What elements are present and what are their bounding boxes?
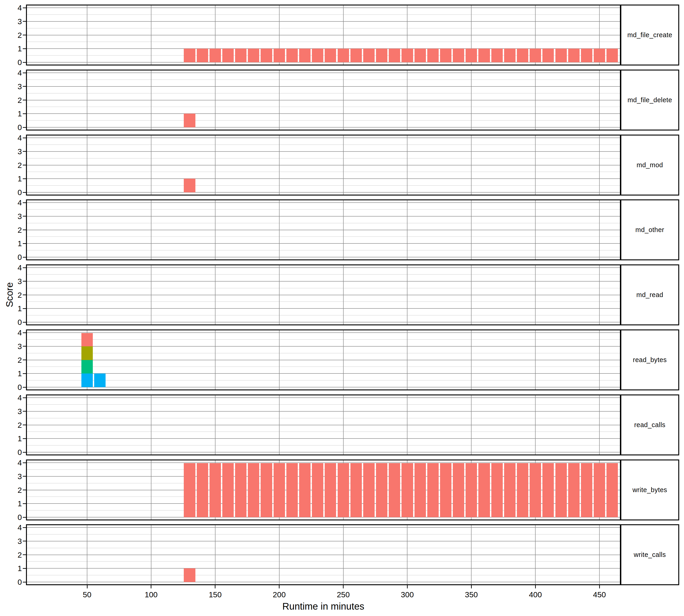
x-tick-label: 150 [209, 590, 222, 599]
score-bar-segment-salmon [376, 463, 387, 517]
score-bar [197, 49, 208, 62]
score-bar [427, 463, 439, 517]
gridline-major-horizontal [27, 192, 620, 193]
score-bar-segment-salmon [248, 463, 259, 517]
score-bar [299, 49, 311, 62]
gridline-minor-horizontal [27, 223, 620, 223]
score-bar [287, 49, 298, 62]
gridline-minor-horizontal [27, 353, 620, 353]
gridline-major-horizontal [27, 257, 620, 257]
gridline-major-vertical [471, 70, 472, 130]
score-bar [184, 49, 195, 62]
x-tick-mark [343, 585, 344, 588]
y-tick-label: 0 [6, 513, 22, 522]
y-tick-mark [23, 397, 26, 398]
y-tick-mark [23, 332, 26, 333]
y-tick-mark [23, 462, 26, 463]
gridline-major-horizontal [27, 202, 620, 203]
y-tick-label: 0 [6, 577, 22, 587]
gridline-major-horizontal [27, 267, 620, 268]
score-bar-segment-salmon [402, 463, 413, 517]
gridline-major-vertical [535, 70, 535, 130]
score-bar-segment-salmon [542, 463, 554, 517]
score-bar [82, 333, 93, 387]
gridline-major-vertical [343, 525, 344, 584]
y-tick-label: 0 [6, 448, 22, 457]
x-tick-label: 300 [401, 590, 414, 599]
gridline-major-vertical [279, 395, 279, 455]
gridline-major-horizontal [27, 438, 620, 439]
facet-strip-md_file_delete: md_file_delete [620, 70, 679, 131]
score-bar [389, 49, 400, 62]
gridline-major-horizontal [27, 86, 620, 87]
gridline-major-vertical [535, 135, 535, 195]
score-bar-segment-salmon [453, 49, 464, 62]
y-tick-mark [23, 21, 26, 22]
y-tick-mark [23, 151, 26, 152]
y-tick-mark [23, 541, 26, 542]
score-bar-segment-salmon [338, 49, 349, 62]
score-bar [325, 49, 336, 62]
y-tick-label: 2 [6, 161, 22, 170]
y-tick-label: 2 [6, 30, 22, 40]
gridline-major-vertical [343, 135, 344, 195]
score-bar-segment-salmon [209, 463, 221, 517]
y-tick-label: 2 [6, 355, 22, 365]
gridline-major-vertical [151, 200, 152, 259]
gridline-minor-horizontal [27, 42, 620, 42]
x-tick-mark [151, 585, 152, 588]
score-bar-segment-salmon [453, 463, 464, 517]
score-bar-segment-salmon [287, 463, 298, 517]
score-bar-segment-salmon [260, 463, 272, 517]
score-bar-segment-salmon [478, 49, 490, 62]
gridline-major-horizontal [27, 230, 620, 230]
gridline-minor-horizontal [27, 575, 620, 575]
y-tick-label: 0 [6, 123, 22, 132]
score-bar [363, 49, 374, 62]
gridline-major-vertical [343, 70, 344, 130]
facet-strip-label: md_read [636, 291, 663, 299]
score-bar-segment-salmon [248, 49, 259, 62]
x-tick-mark [535, 585, 536, 588]
gridline-minor-horizontal [27, 274, 620, 275]
gridline-minor-horizontal [27, 548, 620, 548]
gridline-minor-horizontal [27, 80, 620, 80]
score-bar [389, 463, 400, 517]
score-bar-segment-salmon [184, 179, 195, 192]
score-bar-segment-salmon [184, 463, 195, 517]
score-bar-segment-salmon [350, 463, 362, 517]
y-tick-mark [23, 387, 26, 388]
y-tick-label: 1 [6, 109, 22, 118]
gridline-major-horizontal [27, 100, 620, 101]
gridline-major-vertical [87, 460, 87, 520]
y-tick-mark [23, 165, 26, 166]
facet-strip-label: read_bytes [633, 356, 667, 364]
y-tick-mark [23, 192, 26, 193]
y-tick-mark [23, 452, 26, 453]
score-bar-segment-salmon [338, 463, 349, 517]
score-bar [94, 373, 106, 387]
score-bar [376, 463, 387, 517]
gridline-major-vertical [87, 265, 87, 325]
facet-strip-md_mod: md_mod [620, 135, 679, 196]
gridline-major-vertical [535, 330, 535, 390]
gridline-major-vertical [407, 265, 407, 325]
gridline-minor-horizontal [27, 120, 620, 121]
y-tick-mark [23, 7, 26, 8]
score-bar [530, 463, 541, 517]
score-bar-segment-salmon [504, 49, 516, 62]
y-tick-mark [23, 35, 26, 35]
y-tick-label: 2 [6, 225, 22, 235]
facet-strip-label: read_calls [634, 421, 665, 429]
gridline-major-horizontal [27, 411, 620, 412]
facet-strip-label: write_calls [634, 551, 666, 558]
score-bar [414, 463, 426, 517]
gridline-major-horizontal [27, 308, 620, 309]
score-bar-segment-salmon [197, 463, 208, 517]
y-tick-label: 3 [6, 212, 22, 221]
score-bar [504, 49, 516, 62]
y-tick-mark [23, 62, 26, 63]
y-tick-label: 1 [6, 44, 22, 53]
score-bar [465, 463, 477, 517]
score-bar [568, 49, 579, 62]
